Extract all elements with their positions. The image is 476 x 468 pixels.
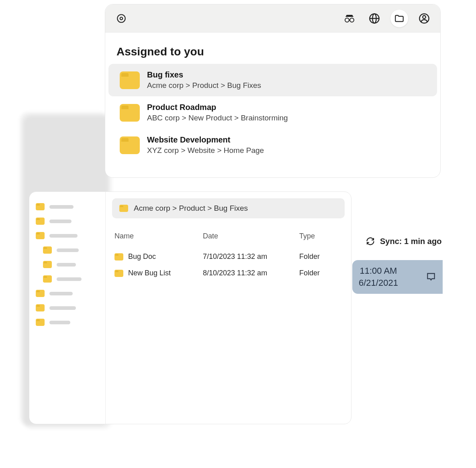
- svg-point-3: [350, 18, 354, 22]
- folder-icon: [120, 104, 140, 122]
- row-date: 7/10/2023 11:32 am: [203, 252, 299, 261]
- explorer-panel: Acme corp > Product > Bug Fixes Name Dat…: [29, 191, 351, 424]
- row-name: New Bug List: [128, 269, 171, 277]
- sidebar-item[interactable]: [35, 259, 100, 270]
- folder-icon: [114, 270, 123, 277]
- sync-label: Sync: 1 min ago: [380, 237, 441, 246]
- assigned-panel: Assigned to you Bug fixes Acme corp > Pr…: [105, 4, 441, 178]
- folder-icon: [119, 205, 128, 212]
- sidebar-item[interactable]: [35, 317, 100, 328]
- sidebar-label-placeholder: [49, 234, 78, 238]
- assignment-item[interactable]: Website Development XYZ corp > Website >…: [108, 129, 437, 161]
- incognito-icon[interactable]: [341, 10, 358, 27]
- folder-icon[interactable]: [390, 10, 408, 27]
- timestamp-time: 11:00 AM: [360, 266, 397, 276]
- folder-icon: [36, 290, 45, 297]
- user-icon[interactable]: [415, 10, 433, 27]
- svg-point-2: [345, 18, 349, 22]
- sidebar-label-placeholder: [49, 292, 73, 295]
- sidebar-item[interactable]: [35, 288, 100, 299]
- sidebar-label-placeholder: [57, 248, 79, 252]
- col-name[interactable]: Name: [114, 232, 203, 240]
- folder-icon: [36, 203, 45, 210]
- assignment-item[interactable]: Product Roadmap ABC corp > New Product >…: [108, 96, 437, 129]
- folder-icon: [36, 232, 45, 239]
- sidebar-item[interactable]: [35, 216, 100, 226]
- sidebar-label-placeholder: [49, 220, 72, 223]
- breadcrumb-text: Acme corp > Product > Bug Fixes: [134, 204, 248, 213]
- svg-point-7: [423, 15, 425, 18]
- folder-icon: [36, 304, 45, 311]
- assignment-path: ABC corp > New Product > Brainstorming: [147, 114, 288, 122]
- sync-icon[interactable]: [366, 236, 375, 246]
- folder-icon: [36, 319, 45, 326]
- table-body: Bug Doc7/10/2023 11:32 amFolderNew Bug L…: [112, 248, 345, 281]
- folder-icon: [43, 261, 52, 268]
- comment-icon[interactable]: [426, 272, 436, 282]
- col-type[interactable]: Type: [299, 232, 342, 240]
- assignment-path: XYZ corp > Website > Home Page: [147, 146, 264, 155]
- page-title: Assigned to you: [105, 41, 440, 64]
- row-date: 8/10/2023 11:32 am: [203, 269, 299, 277]
- assignment-item[interactable]: Bug fixes Acme corp > Product > Bug Fixe…: [108, 64, 437, 96]
- table-header: Name Date Type: [112, 230, 345, 243]
- folder-icon: [120, 71, 140, 89]
- sidebar-item[interactable]: [35, 303, 100, 313]
- record-icon[interactable]: [112, 10, 130, 27]
- sidebar-item[interactable]: [35, 201, 100, 212]
- folder-icon: [120, 136, 140, 154]
- assignment-title: Product Roadmap: [147, 103, 288, 112]
- sidebar-item[interactable]: [35, 230, 100, 241]
- assignment-title: Bug fixes: [147, 70, 261, 79]
- sidebar-item[interactable]: [35, 274, 100, 284]
- sidebar: [29, 192, 106, 424]
- assignment-title: Website Development: [147, 135, 264, 144]
- table-row[interactable]: New Bug List8/10/2023 11:32 amFolder: [112, 265, 345, 281]
- row-name: Bug Doc: [128, 252, 156, 261]
- row-type: Folder: [299, 252, 342, 261]
- explorer-content: Acme corp > Product > Bug Fixes Name Dat…: [106, 192, 351, 424]
- folder-icon: [114, 253, 123, 260]
- table-row[interactable]: Bug Doc7/10/2023 11:32 amFolder: [112, 248, 345, 265]
- row-type: Folder: [299, 269, 342, 277]
- folder-icon: [43, 275, 52, 283]
- folder-icon: [43, 246, 52, 254]
- sidebar-label-placeholder: [49, 321, 70, 324]
- col-date[interactable]: Date: [203, 232, 299, 240]
- sidebar-label-placeholder: [57, 277, 82, 281]
- toolbar: [105, 4, 440, 33]
- svg-point-0: [117, 14, 125, 22]
- svg-point-1: [120, 17, 123, 20]
- sidebar-label-placeholder: [57, 263, 76, 267]
- timestamp-date: 6/21/2021: [359, 278, 398, 288]
- folder-icon: [36, 218, 45, 225]
- sidebar-label-placeholder: [49, 306, 76, 310]
- breadcrumb[interactable]: Acme corp > Product > Bug Fixes: [112, 198, 345, 218]
- sidebar-item[interactable]: [35, 245, 100, 255]
- sync-status: Sync: 1 min ago: [361, 234, 446, 248]
- assignment-path: Acme corp > Product > Bug Fixes: [147, 81, 261, 90]
- timestamp-chip: 11:00 AM 6/21/2021: [352, 260, 443, 294]
- globe-icon[interactable]: [366, 10, 383, 27]
- sidebar-label-placeholder: [49, 205, 74, 209]
